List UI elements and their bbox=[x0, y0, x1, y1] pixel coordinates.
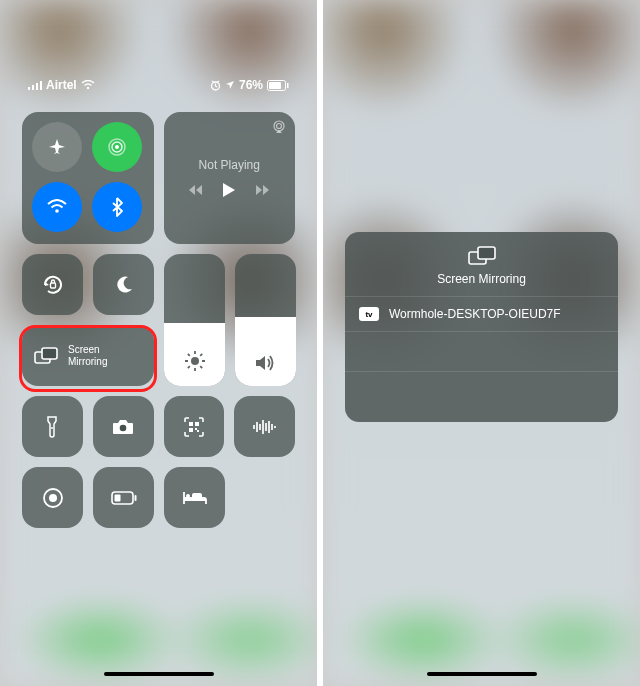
screen-mirroring-button[interactable]: Screen Mirroring bbox=[22, 325, 154, 386]
orientation-lock-icon bbox=[41, 273, 65, 297]
volume-icon bbox=[255, 354, 277, 372]
wifi-icon bbox=[47, 199, 67, 215]
svg-rect-46 bbox=[114, 494, 120, 501]
bed-icon bbox=[182, 490, 208, 506]
battery-percent-label: 76% bbox=[239, 78, 263, 92]
home-indicator[interactable] bbox=[104, 672, 214, 676]
svg-rect-32 bbox=[195, 428, 197, 430]
phone-screenshot-right: Screen Mirroring tv Wormhole-DESKTOP-OIE… bbox=[323, 0, 640, 686]
moon-icon bbox=[114, 275, 134, 295]
svg-rect-45 bbox=[134, 495, 136, 501]
svg-point-13 bbox=[274, 121, 284, 131]
svg-point-18 bbox=[191, 357, 199, 365]
svg-line-24 bbox=[200, 366, 202, 368]
svg-line-26 bbox=[200, 354, 202, 356]
battery-low-power-icon bbox=[111, 491, 137, 505]
battery-icon bbox=[267, 80, 289, 91]
cellular-data-toggle[interactable] bbox=[92, 122, 142, 172]
svg-rect-3 bbox=[40, 81, 42, 90]
screen-mirroring-label: Screen Mirroring bbox=[68, 344, 107, 368]
airplane-mode-toggle[interactable] bbox=[32, 122, 82, 172]
brightness-icon bbox=[184, 350, 206, 372]
voice-memo-button[interactable] bbox=[234, 396, 295, 457]
control-center: Not Playing bbox=[22, 112, 295, 538]
svg-rect-15 bbox=[50, 283, 55, 288]
screen-mirroring-panel-header: Screen Mirroring bbox=[345, 232, 618, 297]
svg-point-9 bbox=[115, 145, 119, 149]
mirror-device-row[interactable]: tv Wormhole-DESKTOP-OIEUD7F bbox=[345, 297, 618, 332]
mirror-empty-row bbox=[345, 372, 618, 412]
record-icon bbox=[42, 487, 64, 509]
bluetooth-icon bbox=[111, 197, 123, 217]
screen-mirroring-panel: Screen Mirroring tv Wormhole-DESKTOP-OIE… bbox=[345, 232, 618, 422]
svg-line-25 bbox=[187, 366, 189, 368]
waveform-icon bbox=[252, 418, 278, 436]
connectivity-tile bbox=[22, 112, 154, 244]
phone-screenshot-left: Airtel 76% bbox=[0, 0, 317, 686]
screen-mirroring-icon bbox=[34, 347, 58, 365]
svg-point-27 bbox=[51, 427, 53, 429]
svg-rect-2 bbox=[36, 83, 38, 90]
svg-point-12 bbox=[55, 209, 59, 213]
bluetooth-toggle[interactable] bbox=[92, 182, 142, 232]
orientation-lock-toggle[interactable] bbox=[22, 254, 83, 315]
svg-rect-1 bbox=[32, 85, 34, 90]
mirror-empty-row bbox=[345, 332, 618, 372]
svg-point-4 bbox=[86, 87, 88, 89]
cellular-data-icon bbox=[106, 136, 128, 158]
location-icon bbox=[225, 80, 235, 90]
svg-point-28 bbox=[120, 424, 127, 431]
mirror-device-name: Wormhole-DESKTOP-OIEUD7F bbox=[389, 307, 561, 321]
media-tile[interactable]: Not Playing bbox=[164, 112, 295, 244]
screen-mirroring-panel-title: Screen Mirroring bbox=[437, 272, 526, 286]
svg-rect-33 bbox=[197, 430, 199, 432]
svg-rect-30 bbox=[195, 422, 199, 426]
camera-icon bbox=[112, 418, 134, 436]
media-play-icon[interactable] bbox=[222, 182, 236, 198]
wifi-toggle[interactable] bbox=[32, 182, 82, 232]
low-power-mode-button[interactable] bbox=[93, 467, 154, 528]
status-bar: Airtel 76% bbox=[0, 78, 317, 92]
svg-rect-7 bbox=[287, 83, 289, 88]
svg-rect-49 bbox=[478, 247, 495, 259]
svg-line-23 bbox=[187, 354, 189, 356]
wifi-icon bbox=[81, 80, 95, 90]
media-status-label: Not Playing bbox=[199, 158, 260, 172]
svg-point-14 bbox=[277, 124, 282, 129]
svg-rect-17 bbox=[42, 348, 57, 359]
svg-point-43 bbox=[49, 494, 57, 502]
alarm-icon bbox=[210, 80, 221, 91]
cellular-signal-icon bbox=[28, 80, 42, 90]
carrier-label: Airtel bbox=[46, 78, 77, 92]
apple-tv-icon: tv bbox=[359, 307, 379, 321]
flashlight-button[interactable] bbox=[22, 396, 83, 457]
qr-code-icon bbox=[183, 416, 205, 438]
airplane-icon bbox=[47, 137, 67, 157]
home-indicator[interactable] bbox=[427, 672, 537, 676]
media-prev-icon[interactable] bbox=[188, 184, 204, 196]
media-next-icon[interactable] bbox=[254, 184, 270, 196]
svg-rect-29 bbox=[189, 422, 193, 426]
svg-point-47 bbox=[186, 494, 190, 498]
brightness-slider[interactable] bbox=[164, 254, 225, 386]
qr-scanner-button[interactable] bbox=[164, 396, 225, 457]
flashlight-icon bbox=[46, 416, 58, 438]
do-not-disturb-toggle[interactable] bbox=[93, 254, 154, 315]
svg-rect-0 bbox=[28, 87, 30, 90]
volume-fill bbox=[235, 317, 296, 386]
svg-rect-8 bbox=[269, 82, 281, 89]
volume-slider[interactable] bbox=[235, 254, 296, 386]
svg-rect-31 bbox=[189, 428, 193, 432]
camera-button[interactable] bbox=[93, 396, 154, 457]
screen-record-button[interactable] bbox=[22, 467, 83, 528]
airplay-icon[interactable] bbox=[271, 120, 287, 134]
screen-mirroring-icon bbox=[468, 246, 496, 266]
sleep-mode-button[interactable] bbox=[164, 467, 225, 528]
